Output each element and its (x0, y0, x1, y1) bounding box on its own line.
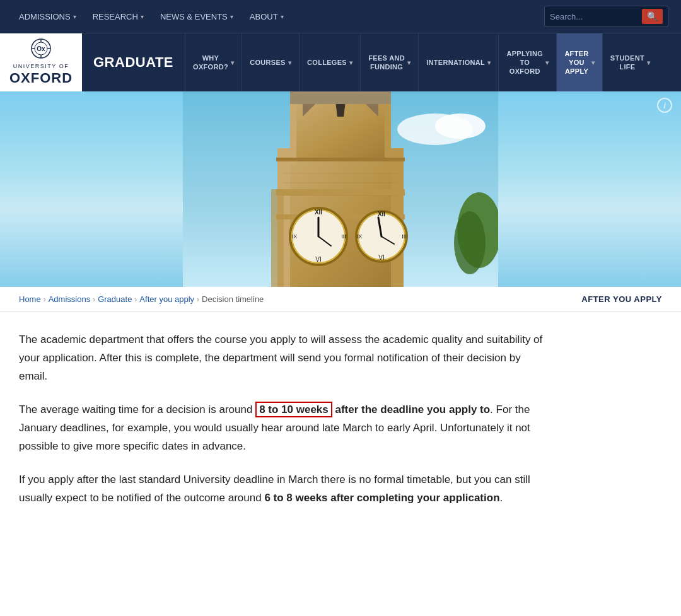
breadcrumb-home[interactable]: Home (19, 294, 41, 304)
breadcrumb-current: Decision timeline (202, 294, 264, 304)
top-navigation: ADMISSIONS ▾ RESEARCH ▾ NEWS & EVENTS ▾ … (0, 0, 681, 33)
courses-chevron-icon: ▾ (288, 59, 291, 66)
graduate-label: GRADUATE (82, 33, 185, 91)
fees-funding-nav[interactable]: FEES ANDFUNDING ▾ (360, 33, 418, 91)
search-box: 🔍 (544, 6, 668, 27)
main-nav-items: WHYOXFORD? ▾ COURSES ▾ COLLEGES ▾ FEES A… (185, 33, 681, 91)
svg-text:Ox: Ox (37, 45, 45, 52)
svg-text:III: III (341, 233, 346, 240)
svg-rect-40 (276, 158, 405, 161)
student-life-nav[interactable]: STUDENTLIFE ▾ (602, 33, 658, 91)
colleges-chevron-icon: ▾ (349, 59, 352, 66)
svg-text:XII: XII (315, 209, 322, 216)
svg-text:IX: IX (292, 233, 298, 240)
svg-rect-39 (290, 91, 391, 104)
why-oxford-nav[interactable]: WHYOXFORD? ▾ (185, 33, 242, 91)
after-apply-nav[interactable]: AFTERYOUAPPLY ▾ (556, 33, 602, 91)
svg-point-9 (435, 113, 486, 139)
paragraph-1: The academic department that offers the … (19, 331, 549, 386)
hero-image: XII III VI IX XII III VI IX (0, 91, 681, 287)
news-events-chevron-icon: ▾ (230, 13, 233, 20)
oxford-crest-icon: Ox (31, 38, 51, 59)
colleges-nav[interactable]: COLLEGES ▾ (299, 33, 360, 91)
search-input[interactable] (550, 12, 638, 21)
svg-rect-44 (271, 189, 284, 287)
breadcrumb-sep-3: › (134, 295, 137, 304)
page-section-label: AFTER YOU APPLY (581, 294, 662, 304)
main-navigation: Ox UNIVERSITY OF OXFORD GRADUATE WHYOXFO… (0, 33, 681, 91)
info-icon[interactable]: i (657, 98, 672, 113)
breadcrumb-admissions[interactable]: Admissions (49, 294, 90, 304)
clock-tower-illustration: XII III VI IX XII III VI IX (183, 91, 498, 287)
svg-text:III: III (402, 233, 407, 240)
svg-text:XII: XII (378, 211, 385, 218)
university-of-label: UNIVERSITY OF (9, 63, 73, 70)
why-oxford-chevron-icon: ▾ (231, 59, 234, 66)
svg-point-11 (454, 211, 486, 274)
courses-nav[interactable]: COURSES ▾ (242, 33, 299, 91)
svg-rect-35 (385, 101, 391, 164)
svg-text:IX: IX (357, 233, 363, 240)
applying-nav[interactable]: APPLYINGTOOXFORD ▾ (498, 33, 556, 91)
breadcrumb-sep-2: › (93, 295, 95, 304)
paragraph-2: The average waiting time for a decision … (19, 401, 549, 456)
news-events-nav-item[interactable]: NEWS & EVENTS ▾ (154, 8, 240, 25)
svg-rect-15 (276, 189, 405, 195)
main-content: The academic department that offers the … (0, 312, 568, 554)
about-chevron-icon: ▾ (281, 13, 284, 20)
after-apply-chevron-icon: ▾ (591, 59, 595, 66)
breadcrumb-after-apply[interactable]: After you apply (139, 294, 194, 304)
breadcrumb-section: Home › Admissions › Graduate › After you… (0, 287, 681, 312)
applying-chevron-icon: ▾ (545, 59, 549, 66)
fees-chevron-icon: ▾ (407, 59, 410, 66)
international-chevron-icon: ▾ (487, 59, 491, 66)
breadcrumb-sep-1: › (44, 295, 46, 304)
admissions-nav-item[interactable]: ADMISSIONS ▾ (13, 8, 83, 25)
top-nav-left: ADMISSIONS ▾ RESEARCH ▾ NEWS & EVENTS ▾ … (13, 8, 290, 25)
svg-text:VI: VI (378, 254, 384, 261)
admissions-chevron-icon: ▾ (73, 13, 76, 20)
breadcrumb: Home › Admissions › Graduate › After you… (19, 294, 264, 304)
oxford-label: OXFORD (9, 70, 73, 86)
svg-rect-34 (290, 101, 296, 164)
search-button[interactable]: 🔍 (642, 9, 663, 24)
weeks-highlight: 8 to 10 weeks (255, 402, 332, 417)
research-nav-item[interactable]: RESEARCH ▾ (86, 8, 150, 25)
breadcrumb-sep-4: › (197, 295, 199, 304)
oxford-logo[interactable]: Ox UNIVERSITY OF OXFORD (0, 33, 82, 91)
about-nav-item[interactable]: ABOUT ▾ (243, 8, 290, 25)
student-life-chevron-icon: ▾ (647, 59, 650, 66)
international-nav[interactable]: INTERNATIONAL ▾ (418, 33, 498, 91)
research-chevron-icon: ▾ (141, 13, 144, 20)
svg-text:VI: VI (315, 256, 321, 263)
breadcrumb-graduate[interactable]: Graduate (98, 294, 132, 304)
paragraph-3: If you apply after the last standard Uni… (19, 471, 549, 508)
